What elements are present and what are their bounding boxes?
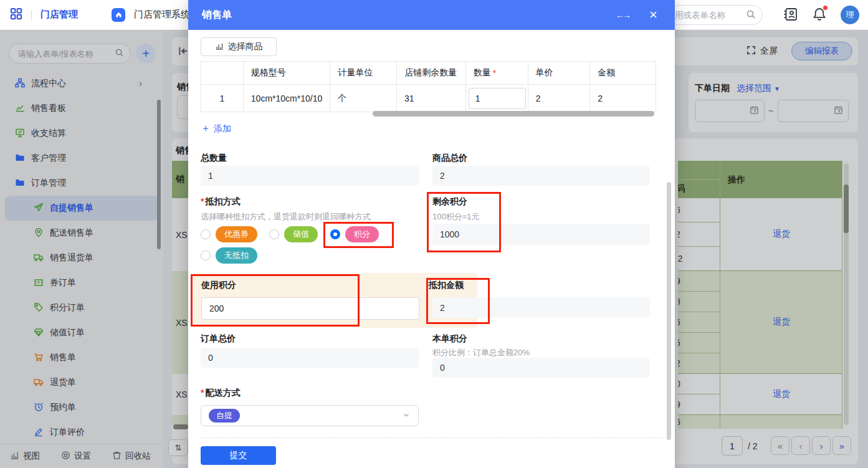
price-column: 单价 [528, 62, 591, 84]
add-row-button[interactable]: ＋添加 [201, 122, 231, 135]
radio-option-coupon[interactable]: 优惠券 [201, 226, 257, 242]
apps-grid-icon[interactable] [10, 7, 22, 22]
order-points-label: 本单积分 [432, 333, 467, 345]
annotation-deduct-amount [426, 278, 490, 324]
qty-input[interactable] [469, 88, 526, 109]
goods-total-label: 商品总价 [432, 153, 467, 164]
deduction-label: *抵扣方式 [201, 196, 240, 208]
search-icon [746, 9, 756, 21]
order-points-value: 0 [432, 358, 650, 378]
row-stock: 31 [397, 84, 466, 112]
unit-column: 计量单位 [330, 62, 397, 84]
modal-scrollbar-thumb[interactable] [667, 182, 671, 440]
avatar[interactable]: 理 [841, 6, 859, 24]
brand-title[interactable]: 门店管理 [41, 9, 78, 21]
app-name: 门店管理系统 [134, 9, 190, 21]
radio-icon[interactable] [269, 229, 279, 239]
row-spec: 10cm*10cm*10/10 [244, 84, 331, 112]
table-horizontal-scrollbar-thumb[interactable] [373, 111, 654, 117]
amount-column: 金额 [590, 62, 656, 84]
resize-icon[interactable]: ←→ [616, 0, 629, 30]
product-table-header: 规格型号 计量单位 店铺剩余数量 数量* 单价 金额 [201, 62, 656, 84]
add-row-label: 添加 [214, 123, 231, 135]
annotation-use-points [191, 274, 360, 327]
total-qty-label: 总数量 [201, 153, 227, 164]
order-total-label: 订单总价 [201, 333, 236, 345]
select-product-button[interactable]: 选择商品 [201, 37, 277, 56]
submit-button[interactable]: 提交 [201, 446, 276, 465]
index-column [201, 62, 244, 84]
row-price: 2 [528, 84, 591, 112]
delivery-label: *配送方式 [201, 388, 240, 399]
modal-header: 销售单 ←→ × [188, 0, 675, 30]
row-amount: 2 [590, 84, 656, 112]
delivery-select[interactable]: 自提 [201, 405, 419, 426]
stock-column: 店铺剩余数量 [397, 62, 466, 84]
product-table-row: 1 10cm*10cm*10/10 个 31 2 2 [201, 84, 656, 112]
coupon-pill: 优惠券 [216, 226, 257, 242]
annotation-points-radio [323, 222, 394, 248]
bar-chart-icon [215, 42, 224, 52]
row-qty-cell [466, 84, 528, 112]
no-deduction-pill: 无抵扣 [216, 247, 257, 264]
radio-icon[interactable] [201, 251, 211, 260]
notification-dot [823, 6, 827, 10]
goods-total-value: 2 [432, 166, 650, 186]
spec-column: 规格型号 [244, 62, 331, 84]
delivery-tag: 自提 [209, 409, 240, 423]
order-points-helper: 积分比例：订单总金额20% [432, 347, 530, 358]
row-unit: 个 [330, 84, 397, 112]
modal-title: 销售单 [202, 9, 232, 22]
home-icon[interactable] [112, 8, 125, 22]
order-total-value: 0 [201, 348, 419, 368]
stored-value-pill: 储值 [284, 226, 318, 242]
total-qty-value: 1 [201, 166, 419, 186]
chevron-down-icon [402, 411, 411, 421]
close-icon[interactable]: × [649, 0, 657, 30]
contacts-icon[interactable] [783, 7, 798, 24]
radio-icon[interactable] [201, 229, 211, 239]
notification-bell-icon[interactable] [812, 7, 827, 24]
qty-column: 数量* [466, 62, 528, 84]
divider [31, 10, 32, 20]
radio-option-stored-value[interactable]: 储值 [269, 226, 318, 242]
radio-option-no-deduction[interactable]: 无抵扣 [201, 247, 257, 264]
deduction-helper: 选择哪种抵扣方式，退货退款时则退回哪种方式 [201, 211, 371, 222]
product-table: 规格型号 计量单位 店铺剩余数量 数量* 单价 金额 1 10cm*10cm*1… [201, 61, 656, 112]
footer-divider [201, 437, 662, 438]
annotation-remaining-points [427, 192, 501, 252]
row-index: 1 [201, 84, 244, 112]
select-product-label: 选择商品 [228, 41, 263, 52]
